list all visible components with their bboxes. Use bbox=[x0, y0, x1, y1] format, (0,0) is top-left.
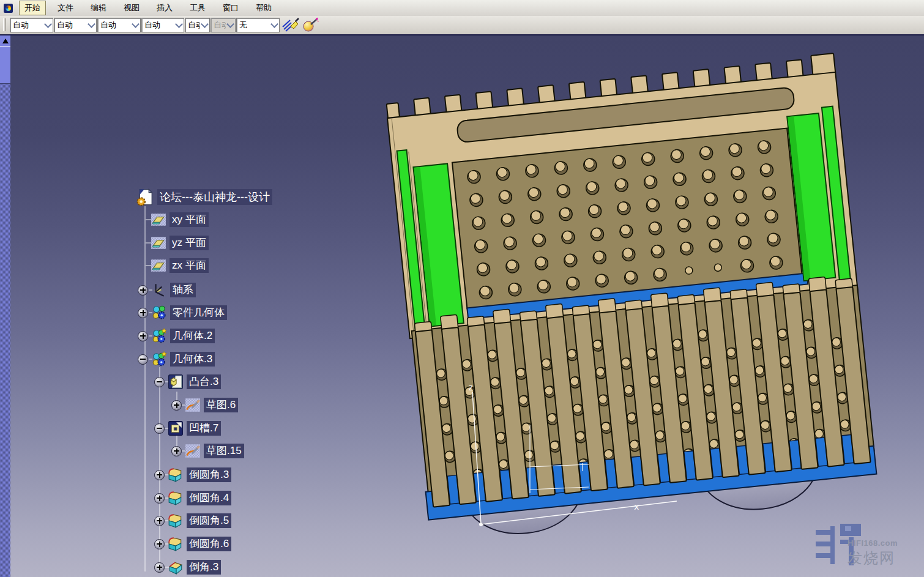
tree-item-fillet-3[interactable]: 倒圆角.3 bbox=[154, 467, 231, 483]
menu-tools[interactable]: 工具 bbox=[184, 1, 211, 15]
menu-insert[interactable]: 插入 bbox=[151, 1, 178, 15]
tree-item-body-2[interactable]: 几何体.2 bbox=[138, 328, 215, 344]
pocket-icon bbox=[168, 420, 184, 436]
chamfer-icon bbox=[168, 559, 184, 575]
plane-icon bbox=[151, 258, 166, 274]
expand-plus-icon[interactable] bbox=[138, 285, 148, 296]
fillet-icon bbox=[168, 490, 184, 506]
tree-item-chamfer-3[interactable]: 倒角.3 bbox=[154, 559, 221, 575]
triangle-up-icon bbox=[2, 39, 9, 43]
sketch-icon bbox=[185, 397, 201, 413]
line-type-combo[interactable]: 自动 bbox=[141, 18, 184, 32]
menu-start[interactable]: 开始 bbox=[19, 1, 46, 15]
expand-plus-icon[interactable] bbox=[154, 493, 165, 504]
fillet-icon bbox=[168, 513, 184, 529]
chevron-down-icon[interactable] bbox=[270, 18, 279, 32]
chevron-down-icon bbox=[226, 18, 235, 32]
menu-window[interactable]: 窗口 bbox=[217, 1, 244, 15]
plane-icon bbox=[151, 235, 166, 251]
transparency-combo[interactable]: 自动 bbox=[54, 18, 97, 32]
graphic-properties-toolbar: 自动 自动 自动 自动 自动 自动 无 bbox=[0, 16, 924, 34]
render-style-combo: 自动 bbox=[211, 18, 236, 32]
expand-plus-icon[interactable] bbox=[138, 308, 148, 318]
collapse-minus-icon[interactable] bbox=[154, 423, 165, 434]
tree-item-partbody[interactable]: 零件几何体 bbox=[138, 305, 227, 321]
tree-item-fillet-5[interactable]: 倒圆角.5 bbox=[154, 513, 231, 529]
tree-item-sketch-15[interactable]: 草图.15 bbox=[171, 443, 244, 459]
part-body-icon bbox=[151, 305, 167, 321]
collapse-minus-icon[interactable] bbox=[138, 354, 148, 365]
menu-view[interactable]: 视图 bbox=[118, 1, 145, 15]
toolbar-drag-handle[interactable] bbox=[3, 18, 6, 31]
menu-help[interactable]: 帮助 bbox=[250, 1, 277, 15]
paintbrush-icon[interactable] bbox=[281, 17, 302, 35]
tree-item-sketch-6[interactable]: 草图.6 bbox=[171, 397, 238, 413]
expand-plus-icon[interactable] bbox=[171, 446, 182, 456]
expand-plus-icon[interactable] bbox=[154, 516, 165, 526]
tree-item-fillet-6[interactable]: 倒圆角.6 bbox=[154, 536, 231, 552]
tree-item-zx-plane[interactable]: zx 平面 bbox=[151, 258, 209, 274]
expand-plus-icon[interactable] bbox=[171, 400, 182, 411]
pad-icon bbox=[168, 374, 184, 390]
x-axis-label: x bbox=[634, 502, 639, 512]
expand-plus-icon[interactable] bbox=[154, 562, 165, 573]
app-icon bbox=[4, 4, 13, 13]
tree-item-axis-system[interactable]: 轴系 bbox=[138, 282, 196, 298]
scrollbar-thumb[interactable] bbox=[0, 47, 10, 84]
body-star-icon bbox=[151, 328, 167, 344]
plane-icon bbox=[151, 212, 166, 228]
body-star-icon bbox=[151, 351, 167, 367]
point-symbol-combo[interactable]: 自动 bbox=[185, 18, 210, 32]
chevron-down-icon[interactable] bbox=[43, 18, 53, 32]
material-sphere-icon[interactable] bbox=[302, 17, 319, 35]
expand-plus-icon[interactable] bbox=[138, 331, 148, 341]
fill-color-combo[interactable]: 自动 bbox=[10, 18, 53, 32]
expand-plus-icon[interactable] bbox=[154, 470, 165, 480]
tree-item-pocket-7[interactable]: 凹槽.7 bbox=[154, 420, 221, 436]
fillet-icon bbox=[168, 536, 184, 552]
tree-item-body-3[interactable]: 几何体.3 bbox=[138, 351, 215, 367]
line-weight-combo[interactable]: 自动 bbox=[97, 18, 141, 32]
chevron-down-icon[interactable] bbox=[200, 18, 209, 32]
tree-item-pad-3[interactable]: 凸台.3 bbox=[154, 374, 221, 390]
menu-file[interactable]: 文件 bbox=[52, 1, 79, 15]
tree-item-xy-plane[interactable]: xy 平面 bbox=[151, 212, 209, 228]
chevron-down-icon[interactable] bbox=[87, 18, 96, 32]
tree-root-label[interactable]: 论坛---泰山神龙---设计 bbox=[157, 189, 272, 205]
chevron-down-icon[interactable] bbox=[174, 18, 184, 32]
tree-item-yz-plane[interactable]: yz 平面 bbox=[151, 235, 209, 251]
menu-bar: 开始 文件 编辑 视图 插入 工具 窗口 帮助 bbox=[0, 0, 924, 17]
watermark: HIFI168.com 发烧网 bbox=[811, 521, 924, 575]
tree-item-fillet-4[interactable]: 倒圆角.4 bbox=[154, 490, 231, 506]
menu-edit[interactable]: 编辑 bbox=[85, 1, 112, 15]
part-root-icon bbox=[136, 188, 154, 206]
tree-root[interactable]: 论坛---泰山神龙---设计 bbox=[136, 188, 272, 206]
expand-plus-icon[interactable] bbox=[154, 539, 165, 549]
watermark-name: 发烧网 bbox=[848, 548, 898, 568]
scroll-up-button[interactable] bbox=[0, 35, 10, 47]
fillet-icon bbox=[168, 467, 184, 483]
amplifier-model bbox=[386, 53, 879, 543]
z-axis-label: z bbox=[468, 382, 473, 392]
collapse-minus-icon[interactable] bbox=[154, 377, 165, 387]
watermark-site: HIFI168.com bbox=[848, 538, 898, 548]
chevron-down-icon[interactable] bbox=[131, 18, 140, 32]
layer-combo[interactable]: 无 bbox=[236, 18, 280, 32]
sketch-icon bbox=[185, 443, 201, 459]
viewport-scrollbar[interactable] bbox=[0, 35, 10, 577]
axis-system-icon bbox=[151, 282, 167, 298]
